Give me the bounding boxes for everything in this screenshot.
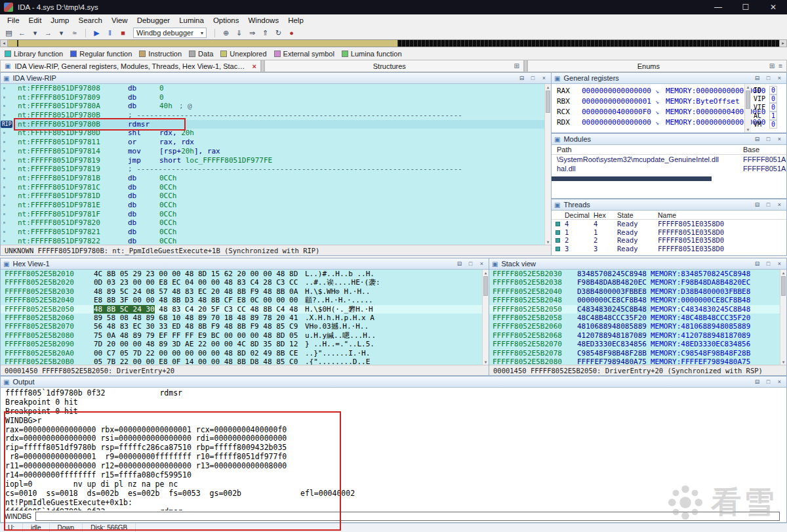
navband-right-arrow-icon[interactable]: ▸ [779, 39, 787, 47]
continue-process-icon[interactable]: ▶ [91, 28, 102, 38]
menu-windows[interactable]: Windows [244, 16, 284, 24]
save-icon[interactable]: ▤ [3, 28, 14, 38]
scroll-down-icon[interactable]: ▼ [545, 239, 551, 245]
list-icon[interactable]: ≡ [778, 62, 782, 70]
scroll-up-icon[interactable]: ▲ [545, 84, 551, 90]
registers-scrollbar[interactable]: ▲ ▼ [744, 84, 751, 133]
menu-edit[interactable]: Edit [24, 16, 47, 24]
hex-row[interactable]: FFFFF8052E5B205048 8B 5C 24 30 48 83 C4 … [1, 305, 489, 314]
menu-file[interactable]: File [3, 16, 24, 24]
stack-list[interactable]: FFFFF8052E5B203083485708245C8948MEMORY:8… [489, 270, 786, 365]
disasm-line[interactable]: nt:FFFFF8051DF97811 orrax, rdx [1, 138, 551, 147]
disasm-line[interactable]: nt:FFFFF8051DF9781B db0CCh [1, 174, 551, 183]
panel-dock-icon[interactable]: ⊟ [753, 74, 761, 83]
panel-close-icon[interactable]: × [775, 74, 784, 83]
minimize-button[interactable]: — [704, 0, 732, 14]
panel-float-icon[interactable]: □ [764, 378, 773, 386]
panel-float-icon[interactable]: □ [466, 260, 475, 268]
memory-link[interactable]: MEMORY:4810688948085889 [651, 322, 750, 331]
windbg-command-input[interactable] [35, 512, 780, 521]
column-header-state[interactable]: State [617, 211, 658, 219]
panel-header[interactable]: ▣ Hex View-1 ⊟□× [1, 258, 489, 270]
scroll-up-icon[interactable]: ▲ [780, 270, 786, 276]
thread-row[interactable]: 22ReadyFFFFF8051E0358D0 [552, 236, 786, 245]
stack-scrollbar[interactable]: ▲ ▼ [780, 270, 786, 365]
hex-row[interactable]: FFFFF8052E5B20B005 7B 22 00 00 E8 0F 14 … [1, 358, 489, 365]
column-header-hex[interactable]: Hex [594, 211, 617, 219]
disasm-line[interactable]: nt:FFFFF8051DF97809 db0 [1, 93, 551, 102]
forward-icon[interactable]: → [43, 28, 54, 38]
tab-group-enums[interactable]: Enums ⊞ ≡ [527, 60, 787, 72]
menu-view[interactable]: View [107, 16, 132, 24]
panel-dock-icon[interactable]: ⊟ [455, 260, 464, 268]
disasm-line[interactable]: nt:FFFFF8051DF97819 ; ------------------… [1, 165, 551, 174]
flag-value[interactable]: 0 [769, 120, 777, 129]
panel-float-icon[interactable]: □ [764, 135, 773, 144]
run-until-return-icon[interactable]: ⇑ [260, 28, 271, 38]
pause-process-icon[interactable]: ‖ [104, 28, 115, 38]
panel-header[interactable]: ▣ Modules ⊟□× [552, 134, 786, 145]
panel-close-icon[interactable]: × [540, 74, 548, 83]
panel-header[interactable]: ▣ Output ⊟□× [1, 377, 786, 388]
panel-dock-icon[interactable]: ⊟ [517, 74, 526, 83]
panel-float-icon[interactable]: □ [529, 74, 537, 83]
stack-row[interactable]: FFFFF8052E5B20604810688948085889MEMORY:4… [489, 322, 786, 331]
column-header-base[interactable]: Base [743, 146, 786, 153]
menu-lumina[interactable]: Lumina [174, 16, 209, 24]
scroll-up-icon[interactable]: ▲ [483, 270, 489, 276]
menu-options[interactable]: Options [209, 16, 244, 24]
hex-row[interactable]: FFFFF8052E5B2040E8 8B 3F 00 00 48 8B D3 … [1, 296, 489, 304]
hex-row[interactable]: FFFFF8052E5B203048 89 5C 24 08 57 48 83 … [1, 287, 489, 296]
disasm-scrollbar[interactable]: ▲ ▼ [544, 84, 551, 245]
memory-link[interactable]: MEMORY:C4834830245C8B48 [651, 305, 750, 314]
forward-dropdown-icon[interactable]: ▾ [56, 28, 67, 38]
tab-label-enums[interactable]: Enums [532, 62, 765, 70]
flag-value[interactable]: 1 [769, 112, 777, 120]
scroll-down-icon[interactable]: ▼ [483, 359, 489, 365]
menu-help[interactable]: Help [283, 16, 308, 24]
panel-header[interactable]: ▣ Threads ⊟□× [552, 199, 786, 211]
navband-strip[interactable] [8, 39, 779, 47]
tab-label-main[interactable]: IDA View-RIP, General registers, Modules… [14, 62, 248, 70]
breakpoint-icon[interactable]: ● [286, 28, 297, 38]
panel-dock-icon[interactable]: ⊟ [753, 201, 761, 209]
memory-link[interactable]: MEMORY:83485708245C8948 [651, 270, 750, 278]
run-to-cursor-icon[interactable]: ↻ [273, 28, 284, 38]
trace-icon[interactable]: ≈ [69, 28, 80, 38]
panel-float-icon[interactable]: □ [764, 201, 773, 209]
stack-row[interactable]: FFFFF8052E5B207048ED3330EC834856MEMORY:4… [489, 340, 786, 348]
hex-row[interactable]: FFFFF8052E5B20A000 C7 05 7D 22 00 00 00 … [1, 349, 489, 358]
panel-header[interactable]: ▣ IDA View-RIP ⊟□× [1, 73, 551, 84]
scroll-up-icon[interactable]: ▲ [745, 84, 751, 90]
thread-row[interactable]: 33ReadyFFFFF8051E0358D0 [552, 245, 786, 253]
close-button[interactable]: ✕ [759, 0, 787, 14]
stack-row[interactable]: FFFFF8052E5B2078C98548F98B48F28BMEMORY:C… [489, 349, 786, 358]
attach-icon[interactable]: ⊕ [220, 28, 232, 38]
module-row[interactable]: hal.dllFFFFF8051A [552, 164, 786, 173]
panel-dock-icon[interactable]: ⊟ [753, 135, 761, 144]
thread-row[interactable]: 11ReadyFFFFF8051E0358D0 [552, 228, 786, 237]
stack-row[interactable]: FFFFF8052E5B20480000000CE8CF8B48MEMORY:0… [489, 296, 786, 304]
tab-close-icon[interactable]: × [252, 62, 256, 70]
flag-value[interactable]: 0 [769, 103, 777, 112]
hex-row[interactable]: FFFFF8052E5B20907D 20 00 00 48 89 3D AE … [1, 340, 489, 348]
panel-close-icon[interactable]: × [775, 135, 784, 144]
disasm-line[interactable]: nt:FFFFF8051DF9781E db0CCh [1, 201, 551, 210]
windows-icon[interactable]: ⊞ [769, 62, 775, 70]
hex-row[interactable]: FFFFF8052E5B206089 58 08 48 89 68 10 48 … [1, 314, 489, 322]
disassembly-listing[interactable]: nt:FFFFF8051DF97808 db0nt:FFFFF8051DF978… [1, 84, 551, 245]
maximize-button[interactable]: ☐ [732, 0, 759, 14]
tab-label-structures[interactable]: Structures [269, 62, 510, 70]
menu-debugger[interactable]: Debugger [132, 16, 175, 24]
module-row[interactable]: \SystemRoot\system32\mcupdate_GenuineInt… [552, 155, 786, 164]
stack-row[interactable]: FFFFF8052E5B2080FFFFEF7989480A75MEMORY:F… [489, 358, 786, 365]
panel-header[interactable]: ▣ General registers ⊟□× [552, 73, 786, 84]
disasm-line[interactable]: nt:FFFFF8051DF9781D db0CCh [1, 192, 551, 201]
step-over-icon[interactable]: ⇒ [247, 28, 258, 38]
memory-link[interactable]: MEMORY:4120788948187089 [651, 331, 750, 340]
hex-row[interactable]: FFFFF8052E5B20200D 03 23 00 00 E8 EC 04 … [1, 278, 489, 287]
panel-close-icon[interactable]: × [775, 201, 784, 209]
debugger-select[interactable]: Windbg debugger▾ [133, 28, 207, 38]
navband-left-arrow-icon[interactable]: ◂ [0, 39, 8, 47]
column-header-name[interactable]: Name [658, 211, 786, 219]
